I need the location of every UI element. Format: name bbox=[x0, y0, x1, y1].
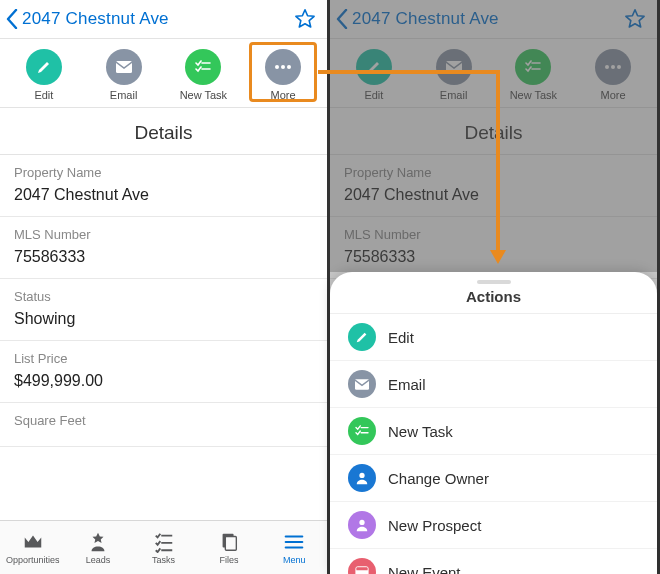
details-heading: Details bbox=[330, 108, 657, 155]
star-person-icon bbox=[87, 531, 109, 553]
tab-files[interactable]: Files bbox=[196, 521, 261, 574]
favorite-icon[interactable] bbox=[623, 7, 647, 31]
field-mls-number[interactable]: MLS Number 75586333 bbox=[330, 217, 657, 279]
prospect-icon bbox=[348, 511, 376, 539]
favorite-icon[interactable] bbox=[293, 7, 317, 31]
page-title: 2047 Chestnut Ave bbox=[352, 9, 623, 29]
edit-action[interactable]: Edit bbox=[338, 49, 410, 101]
svg-rect-5 bbox=[225, 536, 236, 550]
sheet-title: Actions bbox=[330, 288, 657, 314]
mail-icon bbox=[436, 49, 472, 85]
tab-leads[interactable]: Leads bbox=[65, 521, 130, 574]
field-list-price[interactable]: List Price $499,999.00 bbox=[0, 341, 327, 403]
new-task-action[interactable]: New Task bbox=[497, 49, 569, 101]
person-icon bbox=[348, 464, 376, 492]
new-task-action[interactable]: New Task bbox=[167, 49, 239, 101]
details-body: Property Name 2047 Chestnut Ave MLS Numb… bbox=[0, 155, 327, 520]
pencil-icon bbox=[26, 49, 62, 85]
tasks-icon bbox=[153, 531, 175, 553]
tab-opportunities[interactable]: Opportunities bbox=[0, 521, 65, 574]
mail-icon bbox=[348, 370, 376, 398]
calendar-icon bbox=[348, 558, 376, 574]
back-icon[interactable] bbox=[6, 9, 18, 29]
left-phone-screen: 2047 Chestnut Ave Edit Email New Task Mo… bbox=[0, 0, 330, 574]
more-icon bbox=[595, 49, 631, 85]
menu-icon bbox=[283, 531, 305, 553]
files-icon bbox=[218, 531, 240, 553]
sheet-item-new-prospect[interactable]: New Prospect bbox=[330, 502, 657, 549]
actions-sheet: Actions Edit Email New Task Change Owner… bbox=[330, 272, 657, 574]
header: 2047 Chestnut Ave bbox=[0, 0, 327, 39]
svg-point-8 bbox=[611, 65, 615, 69]
page-title: 2047 Chestnut Ave bbox=[22, 9, 293, 29]
field-property-name[interactable]: Property Name 2047 Chestnut Ave bbox=[330, 155, 657, 217]
sheet-handle[interactable] bbox=[477, 280, 511, 284]
svg-point-7 bbox=[605, 65, 609, 69]
sheet-item-change-owner[interactable]: Change Owner bbox=[330, 455, 657, 502]
sheet-item-edit[interactable]: Edit bbox=[330, 314, 657, 361]
svg-rect-14 bbox=[356, 567, 368, 571]
svg-point-2 bbox=[281, 65, 285, 69]
details-heading: Details bbox=[0, 108, 327, 155]
tab-bar: Opportunities Leads Tasks Files Menu bbox=[0, 520, 327, 574]
mail-icon bbox=[106, 49, 142, 85]
right-phone-screen: 2047 Chestnut Ave Edit Email New Task Mo… bbox=[330, 0, 660, 574]
more-action[interactable]: More bbox=[247, 49, 319, 101]
field-property-name[interactable]: Property Name 2047 Chestnut Ave bbox=[0, 155, 327, 217]
header: 2047 Chestnut Ave bbox=[330, 0, 657, 39]
svg-rect-10 bbox=[355, 379, 369, 390]
email-action[interactable]: Email bbox=[418, 49, 490, 101]
edit-action[interactable]: Edit bbox=[8, 49, 80, 101]
tab-tasks[interactable]: Tasks bbox=[131, 521, 196, 574]
svg-point-11 bbox=[359, 473, 364, 478]
field-status[interactable]: Status Showing bbox=[0, 279, 327, 341]
action-bar: Edit Email New Task More bbox=[330, 39, 657, 108]
svg-point-1 bbox=[275, 65, 279, 69]
svg-point-3 bbox=[287, 65, 291, 69]
pencil-icon bbox=[356, 49, 392, 85]
checklist-icon bbox=[515, 49, 551, 85]
sheet-item-new-event[interactable]: New Event bbox=[330, 549, 657, 574]
pencil-icon bbox=[348, 323, 376, 351]
sheet-item-email[interactable]: Email bbox=[330, 361, 657, 408]
action-bar: Edit Email New Task More bbox=[0, 39, 327, 108]
field-mls-number[interactable]: MLS Number 75586333 bbox=[0, 217, 327, 279]
more-action[interactable]: More bbox=[577, 49, 649, 101]
svg-rect-6 bbox=[446, 61, 462, 73]
sheet-item-new-task[interactable]: New Task bbox=[330, 408, 657, 455]
checklist-icon bbox=[185, 49, 221, 85]
crown-icon bbox=[22, 531, 44, 553]
email-action[interactable]: Email bbox=[88, 49, 160, 101]
field-square-feet[interactable]: Square Feet bbox=[0, 403, 327, 447]
more-icon bbox=[265, 49, 301, 85]
svg-point-12 bbox=[359, 520, 364, 525]
svg-point-9 bbox=[617, 65, 621, 69]
checklist-icon bbox=[348, 417, 376, 445]
svg-rect-0 bbox=[116, 61, 132, 73]
tab-menu[interactable]: Menu bbox=[262, 521, 327, 574]
back-icon[interactable] bbox=[336, 9, 348, 29]
